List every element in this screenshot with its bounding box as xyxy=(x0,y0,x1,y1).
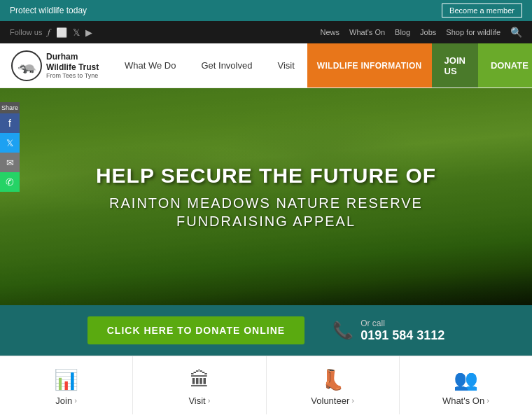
phone-icon: 📞 xyxy=(332,321,354,340)
join-icon: 📊 xyxy=(54,368,78,391)
nav-blog[interactable]: Blog xyxy=(395,28,410,36)
hero-title: HELP SECURE THE FUTURE OF xyxy=(96,163,436,188)
share-sidebar: Share f 𝕏 ✉ ✆ xyxy=(0,102,20,192)
nav-links: What We Do Get Involved Visit WILDLIFE I… xyxy=(112,43,532,88)
twitter-icon[interactable]: 𝕏 xyxy=(73,27,80,38)
logo-area: 🦡 DurhamWildlife Trust From Tees to Tyne xyxy=(0,43,112,88)
tagline: Protect wildlife today xyxy=(10,6,87,15)
nav-what-we-do[interactable]: What We Do xyxy=(112,43,188,88)
join-arrow: › xyxy=(74,396,77,405)
share-whatsapp-button[interactable]: ✆ xyxy=(0,172,20,192)
top-bar: Protect wildlife today Become a member xyxy=(0,0,532,21)
visit-arrow: › xyxy=(208,396,211,405)
hero-content: HELP SECURE THE FUTURE OF RAINTON MEADOW… xyxy=(0,88,532,305)
hero-section: Share f 𝕏 ✉ ✆ HELP SECURE THE FUTURE OF … xyxy=(0,88,532,305)
phone-number[interactable]: 0191 584 3112 xyxy=(360,328,444,343)
nav-visit[interactable]: Visit xyxy=(265,43,307,88)
facebook-icon[interactable]: 𝑓 xyxy=(48,27,50,38)
search-icon[interactable]: 🔍 xyxy=(510,27,522,38)
wildlife-info-button[interactable]: WILDLIFE INFORMATION xyxy=(307,43,432,88)
donate-button[interactable]: DONATE xyxy=(478,43,532,88)
phone-section: 📞 Or call 0191 584 3112 xyxy=(332,318,444,343)
visit-label: Visit › xyxy=(188,396,210,406)
join-label: Join › xyxy=(55,396,77,406)
share-email-button[interactable]: ✉ xyxy=(0,153,20,172)
bottom-whats-on[interactable]: 👥 What's On › xyxy=(400,356,532,414)
whats-on-arrow: › xyxy=(486,396,489,405)
follow-label: Follow us xyxy=(10,28,42,36)
join-us-button[interactable]: JOIN US xyxy=(432,43,478,88)
donate-section: CLICK HERE TO DONATE ONLINE 📞 Or call 01… xyxy=(0,305,532,356)
whats-on-label: What's On › xyxy=(442,396,489,406)
bottom-quick-links: 📊 Join › 🏛 Visit › 👢 Volunteer › 👥 What'… xyxy=(0,356,532,414)
hero-subtitle-line1: RAINTON MEADOWS NATURE RESERVE xyxy=(109,195,423,211)
nav-get-involved[interactable]: Get Involved xyxy=(188,43,265,88)
hero-subtitle-line2: FUNDRAISING APPEAL xyxy=(176,214,356,229)
logo-text: DurhamWildlife Trust From Tees to Tyne xyxy=(46,52,99,79)
secondary-nav: News What's On Blog Jobs Shop for wildli… xyxy=(321,27,522,38)
bottom-join[interactable]: 📊 Join › xyxy=(0,356,133,414)
logo-badge: 🦡 xyxy=(11,50,42,81)
bottom-volunteer[interactable]: 👢 Volunteer › xyxy=(267,356,400,414)
volunteer-label: Volunteer › xyxy=(311,396,354,406)
logo-title: DurhamWildlife Trust xyxy=(46,52,99,72)
become-member-button[interactable]: Become a member xyxy=(442,4,522,18)
nav-whats-on[interactable]: What's On xyxy=(349,28,385,36)
bottom-visit[interactable]: 🏛 Visit › xyxy=(133,356,266,414)
phone-text: Or call 0191 584 3112 xyxy=(360,318,444,343)
donate-online-button[interactable]: CLICK HERE TO DONATE ONLINE xyxy=(88,316,304,344)
social-links: Follow us 𝑓 ⬜ 𝕏 ▶ xyxy=(10,27,92,38)
whats-on-icon: 👥 xyxy=(454,368,478,391)
volunteer-arrow: › xyxy=(351,396,354,405)
share-facebook-button[interactable]: f xyxy=(0,113,20,133)
volunteer-icon: 👢 xyxy=(321,368,345,391)
instagram-icon[interactable]: ⬜ xyxy=(56,27,67,38)
social-bar: Follow us 𝑓 ⬜ 𝕏 ▶ News What's On Blog Jo… xyxy=(0,21,532,43)
youtube-icon[interactable]: ▶ xyxy=(85,27,92,38)
nav-jobs[interactable]: Jobs xyxy=(420,28,436,36)
main-nav: 🦡 DurhamWildlife Trust From Tees to Tyne… xyxy=(0,43,532,88)
nav-shop[interactable]: Shop for wildlife xyxy=(446,28,500,36)
share-twitter-button[interactable]: 𝕏 xyxy=(0,133,20,153)
visit-icon: 🏛 xyxy=(190,368,209,391)
share-label: Share xyxy=(0,102,20,113)
nav-news[interactable]: News xyxy=(321,28,340,36)
logo-tagline: From Tees to Tyne xyxy=(46,72,99,79)
or-call-label: Or call xyxy=(360,318,444,328)
hero-subtitle: RAINTON MEADOWS NATURE RESERVE FUNDRAISI… xyxy=(109,194,423,230)
